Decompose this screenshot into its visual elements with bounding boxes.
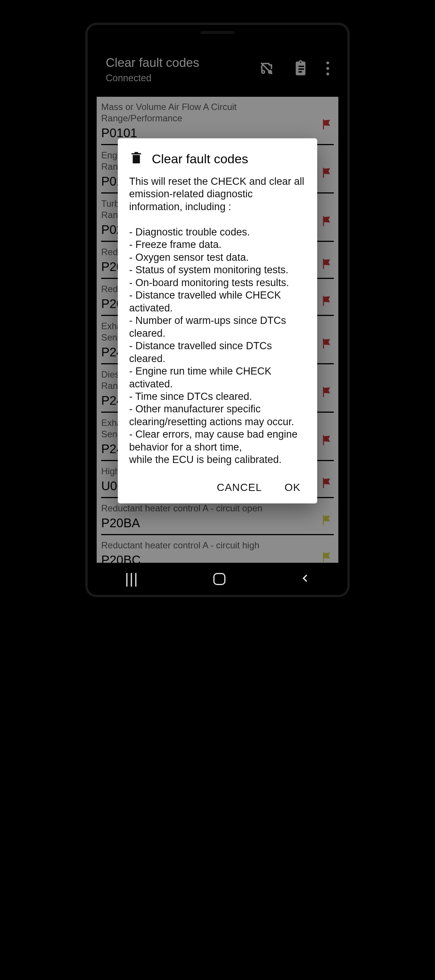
dialog-header: Clear fault codes [129,150,306,168]
clear-codes-dialog: Clear fault codes This will reset the CH… [118,138,317,503]
android-navbar: ||| [87,563,348,595]
dialog-body: This will reset the CHECK and clear all … [129,175,306,466]
dialog-actions: CANCEL OK [129,478,306,497]
trash-icon [129,150,143,168]
ok-button[interactable]: OK [284,478,301,497]
nav-recent[interactable]: ||| [125,571,138,587]
nav-home[interactable] [213,573,225,585]
dialog-title: Clear fault codes [152,151,248,166]
nav-back[interactable] [300,573,310,585]
cancel-button[interactable]: CANCEL [216,478,263,497]
phone-frame: Clear fault codes Connected Mass or Volu… [85,23,350,597]
